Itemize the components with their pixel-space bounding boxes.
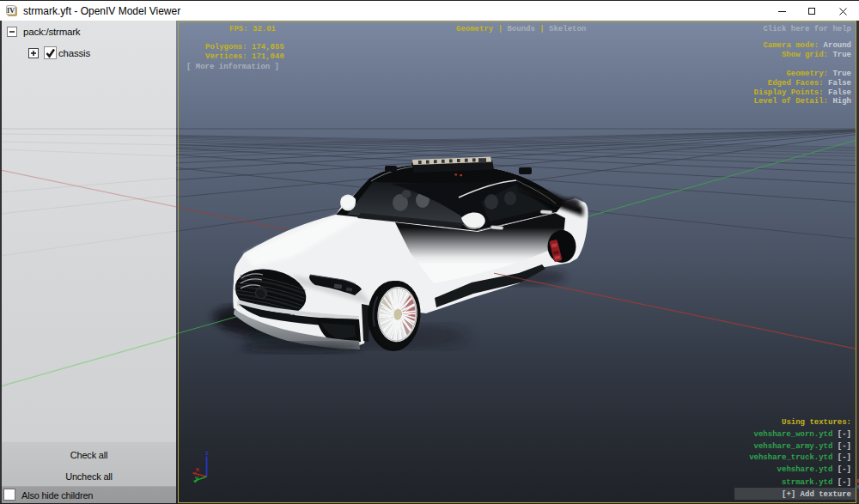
svg-text:IV: IV xyxy=(7,7,15,15)
